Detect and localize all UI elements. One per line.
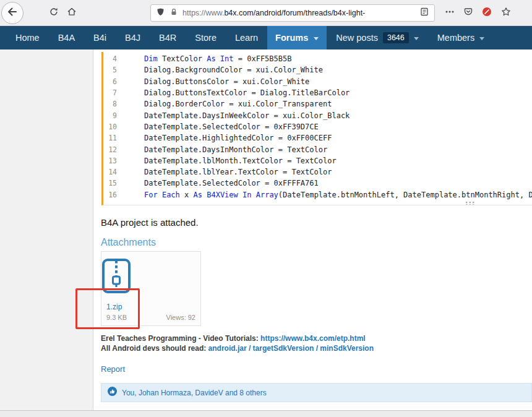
nav-label: Members [437, 33, 474, 43]
refresh-button[interactable] [49, 8, 59, 18]
browser-toolbar: https://www.b4x.com/android/forum/thread… [0, 0, 532, 26]
post-body-text: B4A project is attached. [101, 217, 199, 228]
chevron-down-icon[interactable] [479, 37, 484, 40]
nav-item-home[interactable]: Home [6, 26, 49, 49]
attachment-views: Views: 92 [166, 314, 196, 321]
code-line-text: DateTemplate.DaysInWeekColor = xui.Color… [144, 111, 350, 120]
nav-tab-forums[interactable]: Forums [267, 26, 327, 49]
code-resize-grid-icon[interactable] [465, 201, 475, 205]
code-line: 9DateTemplate.DaysInWeekColor = xui.Colo… [103, 110, 532, 121]
code-line-number: 4 [103, 54, 117, 63]
adblock-icon [482, 7, 492, 19]
code-line: 13DateTemplate.lblMonth.TextColor = Text… [103, 155, 532, 166]
nav-label: New posts [336, 33, 378, 43]
code-line: 12DateTemplate.DaysInMonthColor = TextCo… [103, 144, 532, 155]
page-body: 4Dim TextColor As Int = 0xFF5B5B5B5Dialo… [0, 49, 532, 410]
code-line-text: DateTemplate.lblMonth.TextColor = TextCo… [144, 157, 337, 165]
new-posts-count-badge: 3646 [383, 32, 409, 43]
signature-link-sdk[interactable]: android.jar / targetSdkVersion / minSdkV… [208, 344, 374, 353]
nav-item-learn[interactable]: Learn [226, 26, 267, 49]
nav-item-b4i[interactable]: B4i [84, 26, 116, 49]
page-actions-button[interactable] [445, 8, 455, 18]
left-gutter [0, 49, 93, 410]
code-line-number: 8 [103, 100, 117, 108]
reactions-bar: You, Johan Hormaza, DavideV and 8 others [101, 383, 532, 402]
code-line: 14DateTemplate.lblYear.TextColor = TextC… [103, 166, 532, 178]
code-line: 15DateTemplate.SelectedColor = 0xFFFFA76… [103, 178, 532, 189]
code-line-number: 16 [103, 191, 117, 199]
code-line-number: 12 [103, 145, 117, 154]
code-line-text: Dim TextColor As Int = 0xFF5B5B5B [144, 54, 291, 63]
code-line: 4Dim TextColor As Int = 0xFF5B5B5B [103, 53, 532, 64]
nav-label: Forums [275, 33, 308, 43]
code-line-number: 5 [103, 66, 117, 74]
chevron-down-icon[interactable] [314, 37, 319, 40]
signature-text: All Android devs should read: [101, 344, 208, 353]
code-line-text: DateTemplate.SelectedColor = 0xFFFFA761 [144, 179, 319, 187]
url-protocol: https://www. [182, 9, 224, 17]
star-icon [501, 7, 511, 19]
attachment-tile[interactable]: 1.zip 9.3 KB Views: 92 [101, 251, 201, 326]
signature-block: Erel Teaches Programming - Video Tutoria… [101, 333, 374, 353]
reader-mode-icon[interactable] [419, 7, 429, 19]
nav-label: Learn [235, 33, 258, 43]
code-line-number: 6 [103, 77, 117, 86]
url-path: b4x.com/android/forum/threads/b4x-light- [224, 9, 365, 17]
code-line-number: 11 [103, 134, 117, 142]
back-button[interactable] [1, 2, 24, 24]
nav-label: B4A [58, 33, 75, 43]
code-lines: 4Dim TextColor As Int = 0xFF5B5B5B5Dialo… [103, 53, 532, 200]
refresh-icon [49, 7, 59, 19]
address-bar[interactable]: https://www.b4x.com/android/forum/thread… [150, 4, 435, 22]
code-line-text: For Each x As B4XView In Array(DateTempl… [144, 191, 532, 199]
three-dots-icon [445, 7, 455, 19]
code-line-text: DateTemplate.DaysInMonthColor = TextColo… [144, 145, 327, 154]
nav-item-b4a[interactable]: B4A [49, 26, 84, 49]
signature-text: Erel Teaches Programming - Video Tutoria… [101, 334, 260, 343]
code-line: 7Dialog.ButtonsTextColor = Dialog.TitleB… [103, 87, 532, 98]
code-line-number: 14 [103, 168, 117, 176]
adblock-extension-button[interactable] [482, 8, 492, 18]
nav-item-store[interactable]: Store [186, 26, 226, 49]
attachment-file-link[interactable]: 1.zip [106, 303, 122, 311]
url-text[interactable]: https://www.b4x.com/android/forum/thread… [182, 9, 365, 17]
code-line-number: 10 [103, 123, 117, 131]
nav-item-b4j[interactable]: B4J [116, 26, 150, 49]
code-line-number: 15 [103, 179, 117, 187]
page-bottom-strip [0, 410, 532, 417]
attachment-file-size: 9.3 KB [106, 314, 127, 321]
code-line-number: 13 [103, 157, 117, 165]
code-line: 5Dialog.BackgroundColor = xui.Color_Whit… [103, 64, 532, 75]
post-content: 4Dim TextColor As Int = 0xFF5B5B5B5Dialo… [94, 49, 532, 410]
pocket-button[interactable] [463, 8, 473, 18]
code-line-text: Dialog.BorderColor = xui.Color_Transpare… [144, 100, 332, 108]
signature-link-etp[interactable]: https://www.b4x.com/etp.html [260, 334, 366, 343]
code-line: 8Dialog.BorderColor = xui.Color_Transpar… [103, 98, 532, 110]
chevron-down-icon[interactable] [414, 37, 419, 40]
lock-icon[interactable] [169, 7, 178, 19]
code-line: 11DateTemplate.HighlightedColor = 0xFF00… [103, 132, 532, 144]
pocket-icon [463, 7, 473, 19]
code-line-number: 9 [103, 111, 117, 120]
nav-item-members[interactable]: Members [428, 26, 494, 49]
reactions-summary[interactable]: You, Johan Hormaza, DavideV and 8 others [122, 389, 267, 397]
bookmark-star-button[interactable] [501, 8, 511, 18]
report-link[interactable]: Report [101, 364, 125, 374]
code-line-text: DateTemplate.SelectedColor = 0xFF39D7CE [144, 123, 319, 131]
code-line-text: Dialog.ButtonsTextColor = Dialog.TitleBa… [144, 88, 350, 97]
nav-item-b4r[interactable]: B4R [150, 26, 186, 49]
code-line-text: DateTemplate.HighlightedColor = 0xFF00CE… [144, 134, 332, 142]
code-line-number: 7 [103, 88, 117, 97]
nav-label: B4J [125, 33, 140, 43]
nav-item-new-posts[interactable]: New posts 3646 [327, 26, 428, 49]
home-button[interactable] [67, 8, 77, 18]
tracking-shield-icon[interactable] [156, 7, 165, 19]
code-block: 4Dim TextColor As Int = 0xFF5B5B5B5Dialo… [101, 52, 532, 205]
code-line: 10DateTemplate.SelectedColor = 0xFF39D7C… [103, 121, 532, 132]
signature-line: Erel Teaches Programming - Video Tutoria… [101, 333, 374, 343]
code-line: 16For Each x As B4XView In Array(DateTem… [103, 189, 532, 200]
thumbs-up-icon [108, 387, 117, 398]
code-line: 6Dialog.ButtonsColor = xui.Color_White [103, 76, 532, 87]
home-icon [67, 7, 77, 19]
forum-navbar: Home B4A B4i B4J B4R Store Learn Forums … [0, 26, 532, 49]
